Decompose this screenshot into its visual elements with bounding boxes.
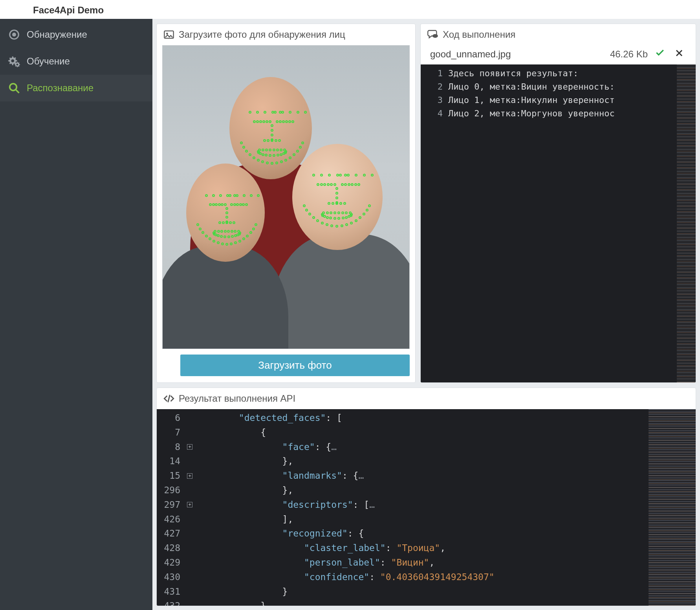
- svg-point-2: [10, 84, 17, 91]
- minimap[interactable]: [677, 64, 696, 382]
- file-name: good_unnamed.jpg: [430, 49, 511, 60]
- result-panel: Результат выполнения API 678141529629742…: [156, 388, 696, 606]
- uploaded-file-row: good_unnamed.jpg 46.26 Kb: [421, 45, 696, 64]
- sidebar-item-label: Обнаружение: [27, 29, 87, 40]
- svg-point-1: [12, 33, 16, 37]
- file-size: 46.26 Kb: [610, 49, 648, 60]
- upload-panel: Загрузите фото для обнаружения лиц Загру…: [156, 24, 416, 383]
- sidebar-item-detection[interactable]: Обнаружение: [0, 21, 152, 48]
- upload-panel-title: Загрузите фото для обнаружения лиц: [179, 29, 345, 40]
- upload-button[interactable]: Загрузить фото: [180, 355, 410, 376]
- check-icon: [655, 48, 665, 61]
- svg-line-3: [16, 90, 19, 93]
- sidebar-item-training[interactable]: Обучение: [0, 48, 152, 75]
- svg-point-5: [166, 33, 168, 35]
- record-icon: [7, 28, 21, 42]
- code-icon: [163, 393, 175, 404]
- sidebar-item-label: Обучение: [27, 56, 70, 67]
- app-title: Face4Api Demo: [0, 0, 700, 19]
- uploaded-photo: [162, 45, 410, 349]
- image-icon: [163, 29, 175, 40]
- log-panel-title: Ход выполнения: [443, 29, 515, 40]
- svg-point-6: [432, 34, 438, 38]
- sidebar-item-recognition[interactable]: Распознавание: [0, 75, 152, 101]
- sidebar-item-label: Распознавание: [27, 83, 93, 94]
- gears-icon: [7, 54, 21, 68]
- search-icon: [7, 81, 21, 95]
- close-icon[interactable]: [672, 48, 686, 61]
- log-panel: Ход выполнения good_unnamed.jpg 46.26 Kb: [420, 24, 696, 383]
- minimap[interactable]: [649, 409, 696, 606]
- sidebar: Обнаружение Обучение Распознавание: [0, 19, 152, 610]
- json-editor[interactable]: 6781415296297426427428429430431432433 ++…: [157, 409, 696, 606]
- result-panel-title: Результат выполнения API: [179, 393, 295, 404]
- log-editor[interactable]: 1234 Здесь появится результат:Лицо 0, ме…: [421, 64, 696, 382]
- comments-icon: [427, 29, 439, 40]
